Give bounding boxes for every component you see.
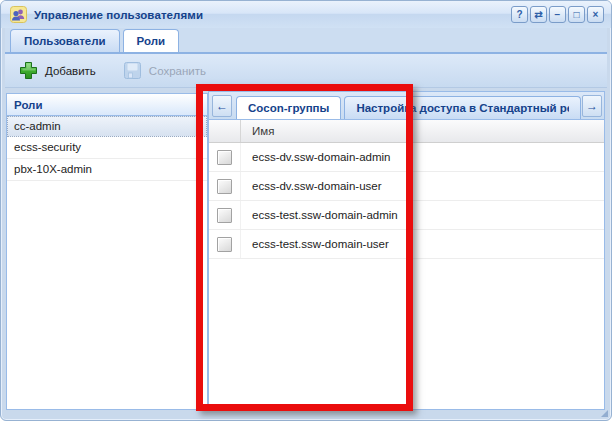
arrow-left-icon: ←	[216, 100, 228, 112]
resize-handle[interactable]	[601, 410, 608, 417]
roles-panel-header: Роли	[7, 94, 207, 116]
groups-panel: ← Cocon-группы Настройка доступа в Станд…	[208, 91, 605, 410]
arrow-right-icon: →	[586, 100, 598, 112]
minimize-button[interactable]: −	[549, 6, 566, 23]
save-button[interactable]: Сохранить	[116, 58, 212, 83]
roles-panel: Роли cc-adminecss-securitypbx-10X-admin	[6, 93, 208, 410]
refresh-button[interactable]: ⇄	[530, 6, 547, 23]
row-checkbox[interactable]	[217, 179, 232, 194]
window-titlebar: Управление пользователями ? ⇄ − □ ×	[1, 1, 611, 28]
tab-cocon-groups[interactable]: Cocon-группы	[236, 96, 341, 119]
table-row[interactable]: ecss-dv.ssw-domain-user	[209, 172, 604, 201]
checkbox-cell	[209, 143, 241, 171]
add-plus-icon	[18, 60, 39, 81]
tab-access-settings[interactable]: Настройка доступа в Стандартный режи	[344, 96, 581, 119]
checkbox-cell	[209, 172, 241, 200]
save-button-label: Сохранить	[149, 65, 206, 77]
close-button[interactable]: ×	[587, 6, 604, 23]
save-floppy-icon	[122, 60, 143, 81]
role-list-item[interactable]: pbx-10X-admin	[7, 159, 207, 181]
help-button[interactable]: ?	[511, 6, 528, 23]
add-button[interactable]: Добавить	[12, 58, 102, 83]
checkbox-cell	[209, 230, 241, 258]
groups-table-header: Имя	[209, 120, 604, 143]
role-list-item[interactable]: ecss-security	[7, 137, 207, 159]
window-controls: ? ⇄ − □ ×	[511, 6, 604, 23]
name-column-header[interactable]: Имя	[241, 125, 274, 137]
role-list-item[interactable]: cc-admin	[7, 116, 207, 137]
row-checkbox[interactable]	[217, 237, 232, 252]
checkbox-column-header	[209, 120, 241, 142]
maximize-button[interactable]: □	[568, 6, 585, 23]
row-checkbox[interactable]	[217, 150, 232, 165]
toolbar: Добавить Сохранить	[5, 54, 607, 88]
group-name: ecss-dv.ssw-domain-admin	[241, 151, 390, 163]
tab-users[interactable]: Пользователи	[10, 29, 120, 52]
add-button-label: Добавить	[45, 65, 96, 77]
window-title: Управление пользователями	[34, 9, 511, 21]
group-name: ecss-dv.ssw-domain-user	[241, 180, 382, 192]
table-row[interactable]: ecss-test.ssw-domain-admin	[209, 201, 604, 230]
user-management-window: Управление пользователями ? ⇄ − □ × Поль…	[0, 0, 612, 421]
users-icon	[10, 6, 27, 23]
tab-roles-label: Роли	[137, 35, 166, 47]
table-row[interactable]: ecss-test.ssw-domain-user	[209, 230, 604, 259]
tab-access-settings-label: Настройка доступа в Стандартный режи	[356, 102, 569, 114]
checkbox-cell	[209, 201, 241, 229]
tab-roles[interactable]: Роли	[123, 29, 180, 52]
row-checkbox[interactable]	[217, 208, 232, 223]
groups-table-body: ecss-dv.ssw-domain-adminecss-dv.ssw-doma…	[209, 143, 604, 409]
tab-scroll-left-button[interactable]: ←	[212, 95, 232, 117]
table-row[interactable]: ecss-dv.ssw-domain-admin	[209, 143, 604, 172]
roles-list: cc-adminecss-securitypbx-10X-admin	[7, 116, 207, 181]
tab-cocon-groups-label: Cocon-группы	[248, 102, 329, 114]
main-tabbar: Пользователи Роли	[5, 28, 607, 54]
group-name: ecss-test.ssw-domain-admin	[241, 209, 398, 221]
roles-panel-title: Роли	[14, 99, 43, 111]
groups-tabbar: ← Cocon-группы Настройка доступа в Станд…	[209, 92, 604, 120]
tab-users-label: Пользователи	[24, 35, 106, 47]
tab-scroll-right-button[interactable]: →	[582, 95, 602, 117]
group-name: ecss-test.ssw-domain-user	[241, 238, 389, 250]
